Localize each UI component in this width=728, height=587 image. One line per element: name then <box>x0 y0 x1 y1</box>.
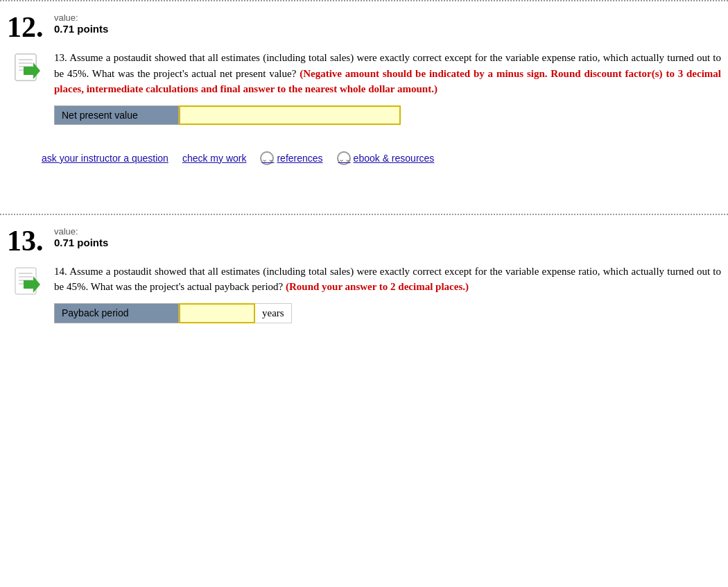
question-13-body: 14. Assume a postaudit showed that all e… <box>0 260 728 340</box>
question-12-header: 12. value: 0.71 points <box>0 8 728 46</box>
question-13-input-suffix: years <box>255 303 292 323</box>
document-icon-13 <box>14 266 44 301</box>
question-13-meta: value: 0.71 points <box>54 226 108 248</box>
ask-instructor-link-12[interactable]: ask your instructor a question <box>42 153 168 164</box>
question-12-points: 0.71 points <box>54 23 108 35</box>
question-13-header: 13. value: 0.71 points <box>0 222 728 260</box>
question-12-text: 13. Assume a postaudit showed that all e… <box>54 50 721 97</box>
question-13-block: 13. value: 0.71 points 14. Assume a post… <box>0 214 728 340</box>
document-icon <box>14 53 44 87</box>
question-13-icon-area <box>14 266 44 304</box>
question-13-number: 13. <box>7 226 49 255</box>
question-12-meta: value: 0.71 points <box>54 12 108 35</box>
question-12-footer-links: ask your instructor a question check my … <box>0 151 728 165</box>
question-12-input-label: Net present value <box>54 105 179 125</box>
references-link-12[interactable]: ⌄⌄ references <box>260 151 322 165</box>
question-13-points: 0.71 points <box>54 237 108 248</box>
question-12-body: 13. Assume a postaudit showed that all e… <box>0 46 728 142</box>
question-12-value-label: value: <box>54 12 108 23</box>
question-13-input-label: Payback period <box>54 303 179 323</box>
question-12-content: 13. Assume a postaudit showed that all e… <box>54 50 721 132</box>
question-13-text-red: (Round your answer to 2 decimal places.) <box>286 281 469 292</box>
ebook-chevron-icon-12: ⌄⌄ <box>337 151 351 165</box>
question-13-input[interactable] <box>179 303 255 323</box>
question-12-icon-area <box>14 53 44 90</box>
ebook-link-12[interactable]: ⌄⌄ ebook & resources <box>337 151 435 165</box>
question-13-content: 14. Assume a postaudit showed that all e… <box>54 264 721 330</box>
question-13-problem-number: 14. <box>54 266 67 277</box>
question-12-problem-number: 13. <box>54 52 67 63</box>
question-12-input-row: Net present value <box>54 105 401 125</box>
check-my-work-link-12[interactable]: check my work <box>182 153 247 164</box>
question-12-input[interactable] <box>179 105 401 125</box>
question-12-number: 12. <box>7 12 49 42</box>
question-13-input-row: Payback period years <box>54 303 401 323</box>
question-12-block: 12. value: 0.71 points 13. Assume a post <box>0 0 728 207</box>
question-13-text: 14. Assume a postaudit showed that all e… <box>54 264 721 295</box>
question-13-value-label: value: <box>54 226 108 237</box>
spacer-12 <box>0 165 728 207</box>
references-chevron-icon-12: ⌄⌄ <box>260 151 274 165</box>
